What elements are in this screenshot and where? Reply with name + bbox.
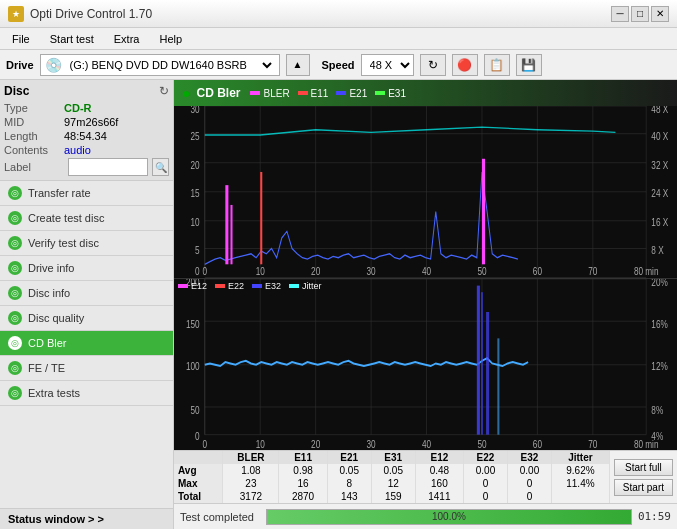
menu-start-test[interactable]: Start test: [44, 31, 100, 47]
svg-rect-39: [225, 185, 228, 264]
progress-bar-outer: 100.0%: [266, 509, 632, 525]
menu-extra[interactable]: Extra: [108, 31, 146, 47]
legend-color-e31: [375, 91, 385, 95]
erase-button[interactable]: 🔴: [452, 54, 478, 76]
svg-text:0: 0: [203, 265, 208, 277]
svg-text:0: 0: [195, 429, 200, 441]
svg-text:80 min: 80 min: [634, 265, 659, 277]
sidebar-item-drive-info[interactable]: ◎ Drive info: [0, 256, 173, 281]
svg-text:150: 150: [186, 317, 200, 329]
svg-text:20: 20: [311, 437, 320, 449]
legend-e21: E21: [336, 88, 367, 99]
drive-dropdown[interactable]: (G:) BENQ DVD DD DW1640 BSRB: [66, 58, 275, 72]
sidebar-item-transfer-rate[interactable]: ◎ Transfer rate: [0, 181, 173, 206]
stats-max-jitter: 11.4%: [552, 477, 610, 490]
refresh-button[interactable]: ↻: [420, 54, 446, 76]
svg-text:16%: 16%: [651, 317, 668, 329]
legend-e31: E31: [375, 88, 406, 99]
disc-refresh-icon[interactable]: ↻: [159, 84, 169, 98]
stats-row-max: Max 23 16 8 12 160 0 0 11.4%: [174, 477, 609, 490]
svg-text:30: 30: [367, 265, 376, 277]
stats-header-e11: E11: [279, 451, 327, 464]
maximize-button[interactable]: □: [631, 6, 649, 22]
nav-label-transfer-rate: Transfer rate: [28, 187, 91, 199]
disc-mid-label: MID: [4, 116, 64, 128]
stats-max-e31: 12: [371, 477, 415, 490]
svg-rect-71: [497, 338, 499, 434]
start-part-button[interactable]: Start part: [614, 479, 673, 496]
title-bar: ★ Opti Drive Control 1.70 ─ □ ✕: [0, 0, 677, 28]
svg-text:32 X: 32 X: [651, 159, 668, 171]
stats-max-e22: 0: [464, 477, 508, 490]
stats-avg-e22: 0.00: [464, 464, 508, 477]
menu-help[interactable]: Help: [153, 31, 188, 47]
top-chart-legend: BLER E11 E21 E31: [250, 88, 406, 99]
stats-row-avg: Avg 1.08 0.98 0.05 0.05 0.48 0.00 0.00 9…: [174, 464, 609, 477]
nav-icon-drive-info: ◎: [8, 261, 22, 275]
svg-text:12%: 12%: [651, 359, 668, 371]
stats-header-e12: E12: [415, 451, 463, 464]
stats-max-e21: 8: [327, 477, 371, 490]
close-button[interactable]: ✕: [651, 6, 669, 22]
minimize-button[interactable]: ─: [611, 6, 629, 22]
nav-icon-extra-tests: ◎: [8, 386, 22, 400]
disc-label-input[interactable]: [68, 158, 148, 176]
svg-rect-68: [477, 285, 480, 434]
svg-text:20: 20: [191, 159, 200, 171]
speed-select[interactable]: 48 X: [361, 54, 414, 76]
stats-max-bler: 23: [223, 477, 279, 490]
sidebar-item-cd-bler[interactable]: ◎ CD Bler: [0, 331, 173, 356]
svg-text:48 X: 48 X: [651, 106, 668, 115]
menu-file[interactable]: File: [6, 31, 36, 47]
stats-total-e12: 1411: [415, 490, 463, 503]
sidebar-item-verify-test-disc[interactable]: ◎ Verify test disc: [0, 231, 173, 256]
drive-selector[interactable]: 💿 (G:) BENQ DVD DD DW1640 BSRB: [40, 54, 280, 76]
svg-text:0: 0: [203, 437, 208, 449]
disc-label-search-button[interactable]: 🔍: [152, 158, 169, 176]
time-display: 01:59: [638, 510, 671, 523]
svg-text:25: 25: [191, 130, 200, 142]
nav-icon-fe-te: ◎: [8, 361, 22, 375]
stats-total-e22: 0: [464, 490, 508, 503]
sidebar-item-disc-quality[interactable]: ◎ Disc quality: [0, 306, 173, 331]
svg-text:40: 40: [422, 265, 431, 277]
nav-icon-cd-bler: ◎: [8, 336, 22, 350]
speed-label: Speed: [322, 59, 355, 71]
copy-button[interactable]: 📋: [484, 54, 510, 76]
drive-label: Drive: [6, 59, 34, 71]
svg-text:60: 60: [533, 265, 542, 277]
disc-contents-value: audio: [64, 144, 91, 156]
nav-icon-create-test-disc: ◎: [8, 211, 22, 225]
svg-text:8 X: 8 X: [651, 244, 664, 256]
nav-icon-verify-test-disc: ◎: [8, 236, 22, 250]
stats-combined: BLER E11 E21 E31 E12 E22 E32 Jitter Avg: [174, 450, 677, 503]
svg-text:10: 10: [256, 265, 265, 277]
sidebar-item-fe-te[interactable]: ◎ FE / TE: [0, 356, 173, 381]
drive-up-button[interactable]: ▲: [286, 54, 310, 76]
chart-header: ● CD Bler BLER E11 E21 E31: [174, 80, 677, 106]
svg-text:70: 70: [588, 265, 597, 277]
stats-header-e22: E22: [464, 451, 508, 464]
stats-table: BLER E11 E21 E31 E12 E22 E32 Jitter Avg: [174, 451, 610, 503]
nav-label-extra-tests: Extra tests: [28, 387, 80, 399]
status-window[interactable]: Status window > >: [0, 508, 173, 529]
sidebar-item-create-test-disc[interactable]: ◎ Create test disc: [0, 206, 173, 231]
svg-rect-69: [481, 292, 483, 434]
legend-e12: E12: [191, 281, 207, 291]
legend-e11: E11: [298, 88, 329, 99]
svg-text:100: 100: [186, 359, 200, 371]
right-content: ● CD Bler BLER E11 E21 E31: [174, 80, 677, 529]
sidebar-item-disc-info[interactable]: ◎ Disc info: [0, 281, 173, 306]
nav-icon-disc-quality: ◎: [8, 311, 22, 325]
svg-text:50: 50: [477, 265, 486, 277]
start-full-button[interactable]: Start full: [614, 459, 673, 476]
sidebar-item-extra-tests[interactable]: ◎ Extra tests: [0, 381, 173, 406]
bottom-chart-svg: 200 150 100 50 0 20% 16% 12% 8% 4%: [174, 279, 677, 451]
stats-avg-e31: 0.05: [371, 464, 415, 477]
disc-mid-value: 97m26s66f: [64, 116, 118, 128]
nav-items: ◎ Transfer rate ◎ Create test disc ◎ Ver…: [0, 181, 173, 508]
svg-text:30: 30: [367, 437, 376, 449]
svg-text:10: 10: [256, 437, 265, 449]
save-button[interactable]: 💾: [516, 54, 542, 76]
svg-text:15: 15: [191, 187, 200, 199]
